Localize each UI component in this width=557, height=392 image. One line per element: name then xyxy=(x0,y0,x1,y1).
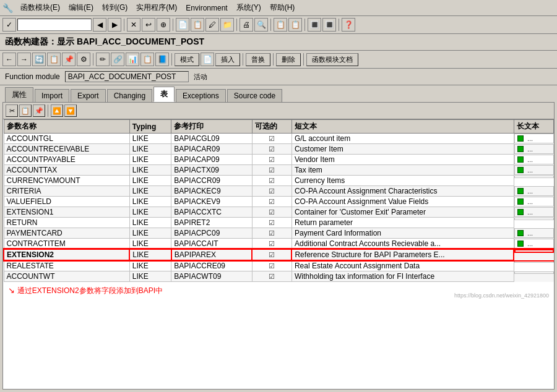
replace-btn[interactable]: 普换 xyxy=(246,53,270,66)
tab-sourcecode[interactable]: Source code xyxy=(227,89,282,102)
checkbox-checked: ☑ xyxy=(269,208,275,216)
cell-name: ACCOUNTTAX xyxy=(4,165,129,176)
green-indicator xyxy=(517,135,524,142)
green-indicator xyxy=(517,209,524,215)
table-row[interactable]: VALUEFIELDLIKEBAPIACKEV9☑CO-PA Account A… xyxy=(4,197,554,207)
tb10[interactable]: 📋 xyxy=(274,18,287,32)
watermark: https://blog.csdn.net/weixin_42921800 xyxy=(454,292,549,299)
inner-btn3[interactable]: 📌 xyxy=(33,104,45,117)
tab-attributes[interactable]: 属性 xyxy=(5,87,33,102)
fmdoc-btn[interactable]: 函数模块文档 xyxy=(306,53,358,66)
table-header-row: 参数名称 Typing 参考打印 可选的 短文本 长文本 xyxy=(4,120,554,134)
table-row[interactable]: ACCOUNTRECEIVABLELIKEBAPIACAR09☑Customer… xyxy=(4,144,554,155)
cell-name: ACCOUNTWT xyxy=(4,271,129,282)
tb2-11[interactable]: 📘 xyxy=(155,53,169,66)
tab-changing[interactable]: Changing xyxy=(107,89,152,102)
long-text-btn[interactable]: ... xyxy=(525,166,535,174)
long-text-btn[interactable]: ... xyxy=(525,135,535,142)
table-row[interactable]: ACCOUNTGLLIKEBAPIACGL09☑G/L account item… xyxy=(4,134,554,144)
long-text-btn[interactable]: ... xyxy=(525,156,535,163)
tb9[interactable]: 🔍 xyxy=(254,18,268,32)
tb2-7[interactable]: ✏ xyxy=(96,53,110,66)
inner-btn4[interactable]: 🔼 xyxy=(51,104,63,117)
inner-btn5[interactable]: 🔽 xyxy=(64,104,77,117)
table-row[interactable]: CONTRACTITEMLIKEBAPIACCAIT☑Additional Co… xyxy=(4,239,554,250)
table-row[interactable]: EXTENSION1LIKEBAPIACCXTC☑Container for '… xyxy=(4,207,554,218)
tb2-6[interactable]: ⚙ xyxy=(77,53,90,66)
command-input[interactable] xyxy=(17,19,92,31)
inner-btn1[interactable]: ✂ xyxy=(6,104,18,117)
menu-help[interactable]: 帮助(H) xyxy=(266,1,299,14)
long-text-btn[interactable]: ... xyxy=(525,145,535,153)
table-row[interactable]: REALESTATELIKEBAPIACCRE09☑Real Estate Ac… xyxy=(4,260,554,271)
cell-typing: LIKE xyxy=(129,134,171,144)
tb2-10[interactable]: 📋 xyxy=(140,53,154,66)
table-row[interactable]: ACCOUNTPAYABLELIKEBAPIACAP09☑Vendor Item… xyxy=(4,155,554,165)
tb14[interactable]: ❓ xyxy=(342,18,355,32)
checkbox-checked: ☑ xyxy=(269,219,275,226)
checkbox-checked: ☑ xyxy=(269,273,275,280)
menu-environment[interactable]: Environment xyxy=(182,2,231,14)
tb2-9[interactable]: 📊 xyxy=(126,53,139,66)
tb7[interactable]: 📁 xyxy=(220,18,234,32)
mode-btn[interactable]: 模式 xyxy=(175,53,199,66)
tb2-3[interactable]: 🔄 xyxy=(32,53,46,66)
cell-name: CONTRACTITEM xyxy=(4,239,129,250)
tb2-2[interactable]: → xyxy=(17,53,31,66)
cell-long: ... xyxy=(514,134,554,143)
long-text-btn[interactable]: ... xyxy=(525,229,535,237)
menu-system[interactable]: 系统(Y) xyxy=(233,1,265,14)
table-row[interactable]: RETURNLIKEBAPIRET2☑Return parameter xyxy=(4,218,554,228)
tab-table[interactable]: 表 xyxy=(153,87,175,102)
col-long: 长文本 xyxy=(514,120,553,134)
prev-btn[interactable]: ◀ xyxy=(93,18,106,32)
checkbox-checked: ☑ xyxy=(269,262,275,270)
insert-btn[interactable]: 插入 xyxy=(215,53,240,66)
tb12[interactable]: 🔳 xyxy=(308,18,321,32)
table-row[interactable]: ACCOUNTTAXLIKEBAPIACTX09☑Tax item... xyxy=(4,165,554,176)
menu-edit[interactable]: 编辑(E) xyxy=(65,1,97,14)
menu-goto[interactable]: 转到(G) xyxy=(98,1,131,14)
delete-btn[interactable]: 删除 xyxy=(276,53,301,66)
tb4[interactable]: 📄 xyxy=(176,18,189,32)
checkbox-checked: ☑ xyxy=(269,145,275,153)
tb2-1[interactable]: ← xyxy=(2,53,16,66)
tb2[interactable]: ↩ xyxy=(142,18,155,32)
cell-short: G/L account item xyxy=(291,134,514,144)
tab-exceptions[interactable]: Exceptions xyxy=(176,89,226,102)
annotation-text: 通过EXTENSION2参数将字段添加到BAPI中 xyxy=(17,286,163,295)
tb3[interactable]: ⊕ xyxy=(157,18,170,32)
table-row[interactable]: PAYMENTCARDLIKEBAPIACPC09☑Payment Card I… xyxy=(4,228,554,239)
long-text-btn[interactable]: ... xyxy=(525,198,535,205)
tab-export[interactable]: Export xyxy=(71,89,106,102)
checkbox-checked: ☑ xyxy=(269,198,275,205)
cell-ref: BAPIACKEV9 xyxy=(171,197,253,207)
table-container[interactable]: 参数名称 Typing 参考打印 可选的 短文本 长文本 ACCOUNTGLLI… xyxy=(3,119,554,387)
table-row[interactable]: ACCOUNTWTLIKEBAPIACWT09☑Withholding tax … xyxy=(4,271,554,282)
table-row[interactable]: CURRENCYAMOUNTLIKEBAPIACCR09☑Currency It… xyxy=(4,176,554,186)
tb2-8[interactable]: 🔗 xyxy=(111,53,124,66)
table-row[interactable]: CRITERIALIKEBAPIACKEC9☑CO-PA Account Ass… xyxy=(4,186,554,197)
tb8[interactable]: 🖨 xyxy=(240,18,253,32)
cell-typing: LIKE xyxy=(129,207,171,218)
tb1[interactable]: ✕ xyxy=(127,18,140,32)
tb5[interactable]: 📋 xyxy=(191,18,204,32)
tb2-12[interactable]: 📄 xyxy=(201,53,214,66)
back-btn[interactable]: ✓ xyxy=(2,18,16,32)
tb13[interactable]: 🔳 xyxy=(322,18,336,32)
tb2-5[interactable]: 📌 xyxy=(62,53,76,66)
tb11[interactable]: 📋 xyxy=(288,18,302,32)
long-text-btn[interactable]: ... xyxy=(525,240,535,247)
tb6[interactable]: 🖊 xyxy=(205,18,219,32)
next-btn[interactable]: ▶ xyxy=(108,18,121,32)
long-text-btn[interactable]: ... xyxy=(525,187,535,195)
cell-long: ... xyxy=(514,165,554,175)
tab-import[interactable]: Import xyxy=(35,89,69,102)
col-ref: 参考打印 xyxy=(171,120,253,134)
tb2-4[interactable]: 📋 xyxy=(47,53,61,66)
table-row[interactable]: EXTENSION2LIKEBAPIPAREX☑Reference Struct… xyxy=(4,249,554,260)
menu-utilities[interactable]: 实用程序(M) xyxy=(132,1,181,14)
inner-btn2[interactable]: 📋 xyxy=(19,104,32,117)
menu-functions[interactable]: 函数模块(E) xyxy=(17,1,64,14)
long-text-btn[interactable]: ... xyxy=(525,208,535,216)
